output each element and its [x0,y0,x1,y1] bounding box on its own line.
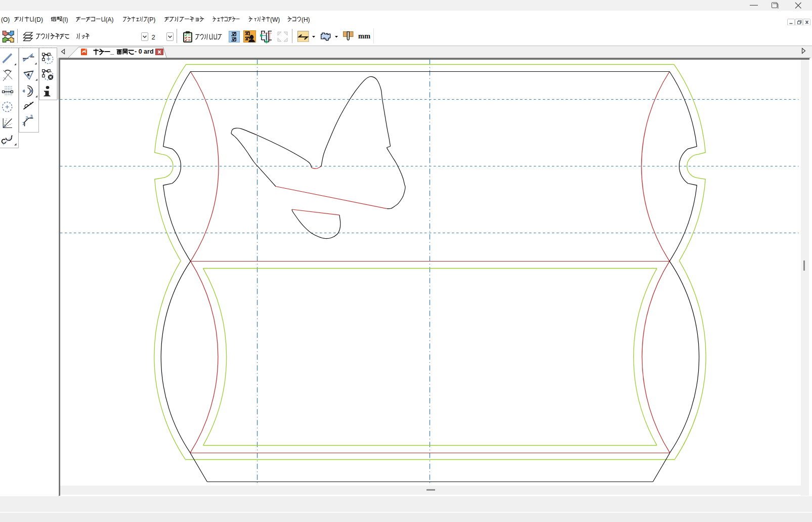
svg-text:2: 2 [26,115,28,120]
svg-text:3: 3 [30,114,33,119]
svg-text:1: 1 [22,121,25,126]
